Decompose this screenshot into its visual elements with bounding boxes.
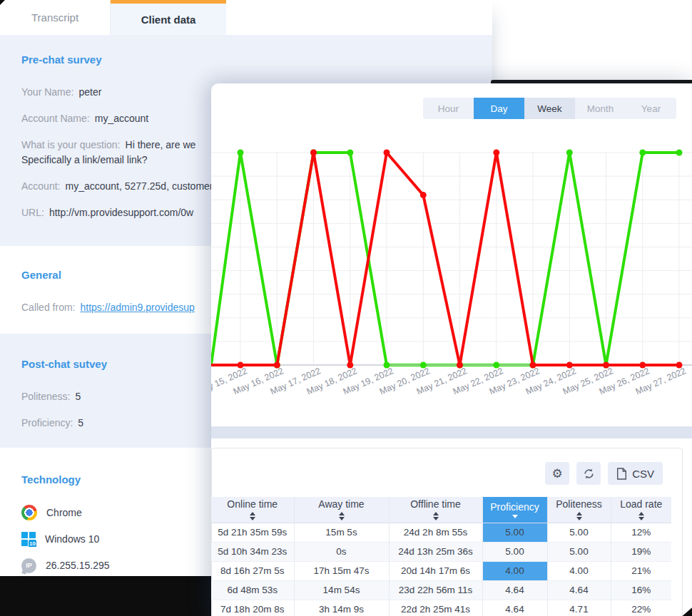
column-header-offline-time[interactable]: Offline time [389,497,482,523]
table-cell[interactable]: 3h 14m 9s [294,600,389,616]
sort-icon [433,512,439,520]
field-value: 5 [75,391,81,402]
field-value: my_account [95,113,148,124]
column-label: Online time [227,498,278,510]
field-value: my_account, 5277.25d, customer [65,180,213,192]
technology-label: Chrome [46,507,82,518]
table-cell[interactable]: 16% [611,580,671,600]
table-cell[interactable]: 4.64 [482,600,547,616]
field-value: http://vm.providesupport.com/0w [49,207,193,218]
field-value: peter [78,86,101,98]
table-cell[interactable]: 23d 22h 56m 11s [389,580,482,600]
table-cell[interactable]: 5.00 [482,523,547,542]
table-cell[interactable]: 5.00 [547,523,611,542]
gear-icon: ⚙ [552,468,563,480]
column-label: Proficiency [490,501,539,513]
table-row: 6d 48m 53s14m 54s23d 22h 56m 11s4.644.64… [211,580,671,600]
table-cell[interactable]: 4.71 [547,600,611,616]
table-cell[interactable]: 5.00 [482,542,547,561]
table-cell[interactable]: 17h 15m 47s [294,561,389,580]
table-cell[interactable]: 5d 10h 34m 23s [211,542,294,561]
table-cell[interactable]: 4.00 [547,561,611,580]
field-value-link[interactable]: https://admin9.providesup [80,302,194,313]
table-toolbar: ⚙ [545,462,663,485]
table-cell[interactable]: 12% [611,523,671,542]
table-cell[interactable]: 0s [294,542,389,561]
range-tab-month[interactable]: Month [575,98,626,119]
technology-label: Windows 10 [45,533,99,545]
table-cell[interactable]: 4.00 [482,561,547,580]
screen: TranscriptClient data Pre-chat survey Yo… [0,0,692,616]
field-value: Hi there, are we [126,139,196,150]
table-cell[interactable]: 21% [611,561,671,580]
range-tabs: HourDayWeekMonthYear [423,98,676,119]
column-label: Away time [318,498,364,510]
table-cell[interactable]: 4.64 [482,580,547,600]
field-label: Account: [21,180,60,192]
table-cell[interactable]: 24d 13h 25m 36s [389,542,482,561]
desktop-background-corner [0,575,214,616]
table-cell[interactable]: 22% [611,600,671,616]
table-cell[interactable]: 8d 16h 27m 5s [211,561,294,580]
table-cell[interactable]: 4.64 [547,580,611,600]
field-label: Politeness: [21,391,70,402]
field-value: 5 [78,417,83,428]
field-label: Proficiency: [21,417,73,428]
table-cell[interactable]: 20d 14h 17m 6s [389,561,482,580]
windows-icon: 10 [21,532,36,546]
column-label: Politeness [556,498,602,510]
table-cell[interactable]: 5d 21h 35m 59s [211,523,294,542]
column-header-online-time[interactable]: Online time [211,497,294,523]
range-tab-week[interactable]: Week [524,98,575,119]
file-icon [616,468,627,480]
csv-label: CSV [632,468,654,480]
stats-table: Online timeAway timeOffline timeProficie… [211,497,671,616]
table-row: 7d 18h 20m 8s3h 14m 9s22d 2h 25m 41s4.64… [211,600,671,616]
x-axis-labels: May 15, 2022May 16, 2022May 17, 2022May … [211,366,692,410]
chrome-icon [21,505,37,520]
column-header-proficiency[interactable]: Proficiency [482,497,547,523]
field-label: Called from: [21,302,75,313]
table-cell[interactable]: 22d 2h 25m 41s [389,600,482,616]
sort-icon [576,512,582,520]
line-chart [211,143,692,386]
table-cell[interactable]: 19% [611,542,671,561]
sort-icon [339,512,345,520]
table-row: 5d 21h 35m 59s15m 5s24d 2h 8m 55s5.005.0… [211,523,671,542]
range-tab-year[interactable]: Year [626,98,676,119]
field-label: What is your question: [21,139,121,150]
field-label: Account Name: [21,113,90,124]
column-header-politeness[interactable]: Politeness [547,497,611,523]
table-cell[interactable]: 15m 5s [294,523,389,542]
range-tab-day[interactable]: Day [474,98,524,119]
column-header-away-time[interactable]: Away time [294,497,389,523]
technology-label: 26.255.15.295 [46,560,110,571]
sort-icon [250,512,255,520]
table-row: 8d 16h 27m 5s17h 15m 47s20d 14h 17m 6s4.… [211,561,671,580]
column-label: Offline time [410,498,461,510]
reports-popup: HourDayWeekMonthYear May 15, 2022May 16,… [211,83,692,616]
refresh-icon [583,468,595,480]
sort-icon [512,515,518,518]
sort-icon [638,512,644,520]
table-cell[interactable]: 14m 54s [294,580,389,600]
export-csv-button[interactable]: CSV [608,462,663,485]
table-cell[interactable]: 7d 18h 20m 8s [211,600,294,616]
table-cell[interactable]: 6d 48m 53s [211,580,294,600]
range-tab-hour[interactable]: Hour [423,98,474,119]
tab-transcript[interactable]: Transcript [0,0,111,35]
client-panel-tabbar: TranscriptClient data [0,0,492,35]
horizontal-scrollbar[interactable] [211,426,692,438]
pre-chat-survey-title: Pre-chat survey [21,53,492,66]
tab-client-data[interactable]: Client data [111,0,226,35]
field-label: Your Name: [21,86,73,98]
table-cell[interactable]: 5.00 [547,542,611,561]
settings-button[interactable]: ⚙ [545,462,569,485]
column-label: Load rate [620,498,662,510]
stats-card: ⚙ [211,448,683,616]
table-cell[interactable]: 24d 2h 8m 55s [389,523,482,542]
field-label: URL: [21,207,44,218]
ip-icon: IP [21,558,36,573]
refresh-button[interactable] [576,462,601,485]
column-header-load-rate[interactable]: Load rate [611,497,671,523]
